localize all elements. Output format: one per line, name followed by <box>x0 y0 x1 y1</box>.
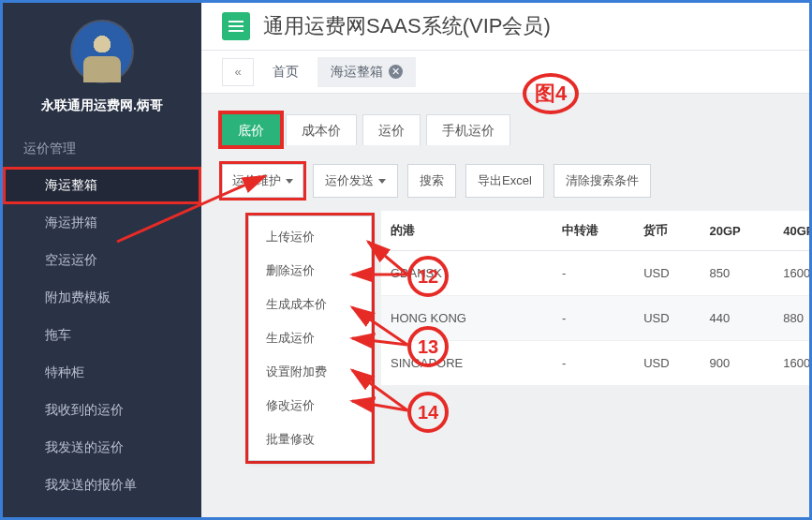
avatar-section <box>3 3 201 94</box>
menu-item-gen-rate[interactable]: 生成运价 <box>249 321 371 355</box>
table-row[interactable]: HONG KONG - USD 440 880 880 - <box>381 296 812 341</box>
view-tabs: 底价 成本价 运价 手机运价 <box>222 114 789 145</box>
rate-table: 的港 中转港 货币 20GP 40GP 40HQ GDANSK - <box>381 211 812 386</box>
sidebar-item-sent-rates[interactable]: 我发送的运价 <box>3 429 201 467</box>
sidebar-nav: 海运整箱 海运拼箱 空运运价 附加费模板 拖车 特种柜 我收到的运价 我发送的运… <box>3 167 201 504</box>
sidebar-item-ocean-lcl[interactable]: 海运拼箱 <box>3 204 201 242</box>
annotation-figure-label: 图4 <box>523 73 579 114</box>
tab-back-button[interactable]: « <box>222 58 254 86</box>
export-excel-button[interactable]: 导出Excel <box>465 164 544 198</box>
rate-maintain-label: 运价维护 <box>232 172 281 189</box>
th-transit-port: 中转港 <box>553 211 634 251</box>
chevron-down-icon <box>378 179 386 184</box>
view-tab-mobile-rate[interactable]: 手机运价 <box>426 114 510 145</box>
sidebar-item-ocean-fcl[interactable]: 海运整箱 <box>3 167 201 204</box>
rate-maintain-dropdown-button[interactable]: 运价维护 <box>222 164 303 198</box>
sidebar-item-received-rates[interactable]: 我收到的运价 <box>3 392 201 429</box>
sidebar-section-title: 运价管理 <box>3 131 201 167</box>
view-tab-cost-price[interactable]: 成本价 <box>286 114 357 145</box>
menu-item-upload-rate[interactable]: 上传运价 <box>249 220 371 254</box>
sidebar-item-surcharge-template[interactable]: 附加费模板 <box>3 279 201 317</box>
sidebar-item-air[interactable]: 空运运价 <box>3 242 201 279</box>
menu-item-gen-cost[interactable]: 生成成本价 <box>249 288 371 321</box>
view-tab-base-price[interactable]: 底价 <box>222 114 280 145</box>
clear-search-button[interactable]: 清除搜索条件 <box>554 164 651 198</box>
annotation-14: 14 <box>407 392 449 433</box>
search-button[interactable]: 搜索 <box>407 164 456 198</box>
toolbar: 运价维护 运价发送 搜索 导出Excel 清除搜索条件 <box>222 164 789 198</box>
view-tab-rate[interactable]: 运价 <box>362 114 421 145</box>
tabbar: « 首页 海运整箱 ✕ <box>201 51 809 94</box>
menu-item-batch-edit[interactable]: 批量修改 <box>249 423 371 456</box>
th-40gp: 40GP <box>774 211 812 251</box>
content: 底价 成本价 运价 手机运价 运价维护 运价发送 搜索 导出Excel 清除搜索… <box>201 94 809 407</box>
chevron-down-icon <box>286 179 293 184</box>
main-area: 通用运费网SAAS系统(VIP会员) « 首页 海运整箱 ✕ 底价 成本价 运价… <box>201 3 809 517</box>
rate-maintain-dropdown: 上传运价 删除运价 生成成本价 生成运价 设置附加费 修改运价 批量修改 <box>248 215 372 461</box>
hamburger-button[interactable] <box>222 12 250 40</box>
app-title: 通用运费网SAAS系统(VIP会员) <box>263 12 551 40</box>
th-20gp: 20GP <box>700 211 774 251</box>
tab-home-label: 首页 <box>273 64 299 81</box>
sidebar: 永联通用运费网.炳哥 运价管理 海运整箱 海运拼箱 空运运价 附加费模板 拖车 … <box>3 3 201 517</box>
sidebar-item-trucking[interactable]: 拖车 <box>3 317 201 354</box>
tab-ocean-fcl-label: 海运整箱 <box>331 64 383 81</box>
hamburger-icon <box>229 25 244 27</box>
rate-send-dropdown-button[interactable]: 运价发送 <box>313 164 398 198</box>
topbar: 通用运费网SAAS系统(VIP会员) <box>201 3 809 51</box>
annotation-12: 12 <box>407 256 449 297</box>
close-icon[interactable]: ✕ <box>389 65 403 79</box>
menu-item-delete-rate[interactable]: 删除运价 <box>249 254 371 288</box>
sidebar-item-special-container[interactable]: 特种柜 <box>3 354 201 392</box>
sidebar-item-sent-quotes[interactable]: 我发送的报价单 <box>3 467 201 504</box>
username: 永联通用运费网.炳哥 <box>3 94 201 131</box>
menu-item-set-surcharge[interactable]: 设置附加费 <box>249 355 371 389</box>
dropdown-menu: 上传运价 删除运价 生成成本价 生成运价 设置附加费 修改运价 批量修改 <box>248 215 372 461</box>
avatar <box>70 20 134 83</box>
annotation-13: 13 <box>407 326 449 367</box>
rate-send-label: 运价发送 <box>325 172 374 189</box>
menu-item-edit-rate[interactable]: 修改运价 <box>249 389 371 423</box>
tab-ocean-fcl[interactable]: 海运整箱 ✕ <box>317 57 416 87</box>
tab-home[interactable]: 首页 <box>259 57 312 87</box>
th-currency: 货币 <box>634 211 700 251</box>
th-dest-port: 的港 <box>381 211 553 251</box>
